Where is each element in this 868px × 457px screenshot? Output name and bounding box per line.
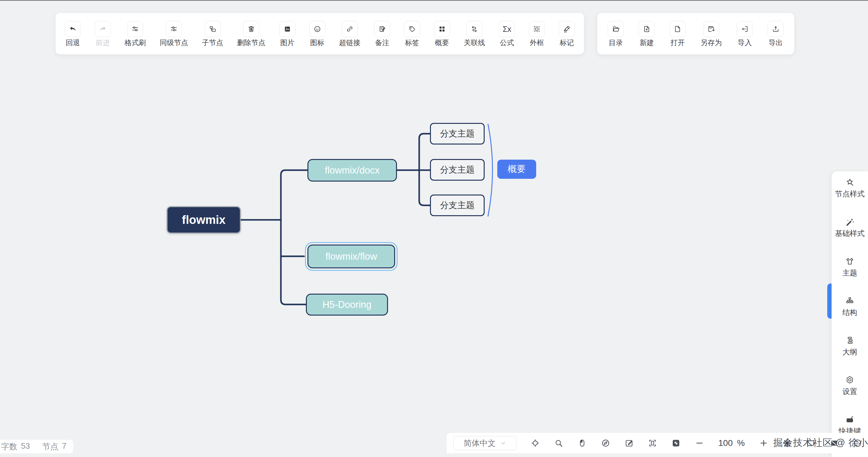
watermark-frame-button[interactable] — [806, 438, 815, 448]
relation-line-label: 关联线 — [464, 39, 485, 46]
mouse-behavior-button[interactable] — [578, 438, 587, 448]
undo-label: 回退 — [66, 39, 80, 46]
minimap-nav-button[interactable] — [601, 438, 610, 448]
main-toolbar: 回退 前进 格式刷 同级节点 子节点 删除节点 图片 图标 — [56, 13, 584, 54]
edit-mode-button[interactable] — [624, 438, 634, 448]
outline-label: 大纲 — [842, 347, 857, 357]
crosshair-icon — [531, 438, 540, 448]
child-node-button[interactable]: 子节点 — [202, 21, 223, 46]
formula-button[interactable]: Σx 公式 — [499, 21, 515, 46]
summary-node-label: 概要 — [508, 163, 526, 175]
outer-frame-button[interactable]: 外框 — [529, 21, 545, 46]
sidebar-item-node-style[interactable]: 节点样式 — [835, 178, 865, 199]
connector-lines — [0, 0, 868, 457]
new-file-button[interactable]: 新建 — [639, 21, 655, 46]
keyboard-icon — [845, 415, 855, 424]
new-file-label: 新建 — [640, 39, 654, 46]
mindmap-branch-node-3[interactable]: 分支主题 — [430, 194, 485, 216]
redo-label: 前进 — [96, 39, 110, 46]
language-select[interactable]: 简体中文 — [454, 436, 517, 450]
chevron-down-icon — [500, 440, 506, 446]
node-style-icon — [845, 178, 855, 187]
fullscreen-icon — [648, 438, 657, 448]
settings-label: 设置 — [842, 387, 857, 396]
tag-label: 标签 — [405, 39, 419, 46]
mindmap-node-h5dooring[interactable]: H5-Dooring — [306, 294, 388, 315]
fullscreen-button[interactable] — [648, 438, 657, 448]
branch-node-label: 分支主题 — [440, 200, 475, 211]
fit-canvas-button[interactable] — [671, 438, 681, 448]
format-painter-button[interactable]: 格式刷 — [125, 21, 146, 46]
bottom-toolbar: 简体中文 100 % ? — [447, 433, 868, 453]
sidebar-item-theme[interactable]: 主题 — [842, 256, 857, 278]
sibling-node-label: 同级节点 — [160, 39, 188, 46]
link-icon — [346, 25, 354, 33]
sidebar-item-base-style[interactable]: 基础样式 — [835, 217, 865, 238]
edit-icon — [624, 438, 634, 448]
marker-icon — [563, 25, 571, 33]
flow-node-label: flowmix/flow — [326, 251, 377, 262]
catalog-button[interactable]: 目录 — [608, 21, 624, 46]
open-file-button[interactable]: 打开 — [670, 21, 686, 46]
sidebar-item-outline[interactable]: 大纲 — [842, 336, 857, 357]
mindmap-branch-node-1[interactable]: 分支主题 — [430, 123, 485, 145]
sidebar-item-settings[interactable]: 设置 — [842, 375, 857, 396]
structure-label: 结构 — [842, 308, 857, 317]
import-button[interactable]: 导入 — [737, 21, 753, 46]
marker-button[interactable]: 标记 — [559, 21, 575, 46]
search-button[interactable] — [554, 438, 563, 448]
summary-button[interactable]: 概要 — [434, 21, 450, 46]
child-node-label: 子节点 — [202, 39, 223, 46]
child-node-icon — [209, 25, 217, 33]
save-as-button[interactable]: 另存为 — [701, 21, 722, 46]
emoji-icon-button[interactable]: 图标 — [309, 21, 326, 46]
root-node-label: flowmix — [182, 213, 225, 227]
app-canvas: 回退 前进 格式刷 同级节点 子节点 删除节点 图片 图标 — [0, 0, 868, 457]
note-label: 备注 — [375, 39, 389, 46]
delete-node-button[interactable]: 删除节点 — [237, 21, 266, 46]
right-sidebar: 节点样式 基础样式 主题 结构 大纲 设置 快捷键 — [832, 171, 868, 457]
base-style-label: 基础样式 — [835, 228, 865, 238]
mindmap-branch-node-2[interactable]: 分支主题 — [430, 159, 485, 181]
export-label: 导出 — [769, 39, 783, 46]
board-dark-icon — [829, 438, 839, 448]
redo-icon — [99, 25, 107, 33]
mindmap-root-node[interactable]: flowmix — [167, 206, 241, 234]
node-count: 节点7 — [42, 441, 66, 452]
zoom-out-button[interactable] — [695, 438, 704, 448]
hyperlink-button[interactable]: 超链接 — [339, 21, 360, 46]
redo-button[interactable]: 前进 — [95, 21, 111, 46]
folder-icon — [612, 25, 620, 33]
resize-dark-icon — [671, 438, 681, 448]
emoji-icon-label: 图标 — [310, 39, 324, 46]
locate-root-button[interactable] — [531, 438, 540, 448]
minus-icon — [695, 438, 704, 448]
board-button[interactable] — [829, 438, 839, 448]
relation-line-button[interactable]: 关联线 — [464, 21, 485, 46]
export-button[interactable]: 导出 — [768, 21, 784, 46]
sidebar-item-structure[interactable]: 结构 — [842, 296, 857, 317]
status-bar: 字数53 节点7 — [0, 440, 73, 453]
docx-node-label: flowmix/docx — [325, 165, 379, 176]
mindmap-summary-node[interactable]: 概要 — [497, 160, 536, 179]
undo-button[interactable]: 回退 — [65, 21, 81, 46]
summary-label: 概要 — [435, 39, 449, 46]
settings-icon — [845, 375, 855, 385]
help-button[interactable]: ? — [853, 438, 862, 448]
compass-icon — [601, 438, 610, 448]
svg-text:?: ? — [856, 441, 859, 446]
tag-icon — [408, 25, 416, 33]
brightness-button[interactable] — [782, 438, 792, 448]
mindmap-node-docx[interactable]: flowmix/docx — [307, 159, 397, 182]
new-file-icon — [643, 25, 651, 33]
mindmap-node-flow-selected[interactable]: flowmix/flow — [307, 245, 395, 268]
sibling-node-button[interactable]: 同级节点 — [160, 21, 188, 46]
word-count: 字数53 — [1, 441, 30, 452]
tag-button[interactable]: 标签 — [404, 21, 420, 46]
note-button[interactable]: 备注 — [374, 21, 390, 46]
import-label: 导入 — [738, 39, 752, 46]
search-icon — [554, 438, 563, 448]
zoom-in-button[interactable] — [759, 438, 768, 448]
sun-icon — [782, 438, 792, 448]
image-button[interactable]: 图片 — [279, 21, 296, 46]
